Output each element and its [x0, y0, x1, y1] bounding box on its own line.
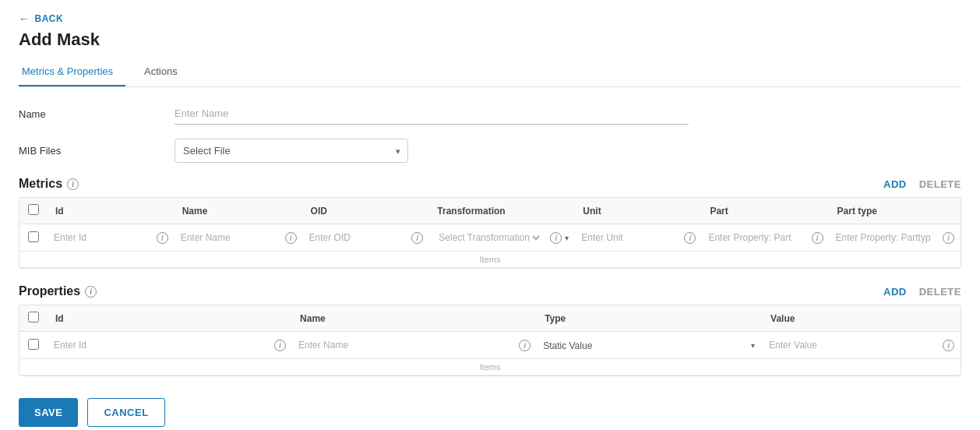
properties-id-info-icon[interactable]: i — [274, 340, 286, 351]
metrics-row-part-cell: i — [702, 224, 829, 252]
properties-row-checkbox[interactable] — [28, 339, 39, 350]
properties-row-name-cell: i — [292, 332, 537, 359]
properties-value-input[interactable] — [769, 338, 935, 352]
metrics-col-name: Name — [174, 198, 303, 224]
metrics-add-button[interactable]: ADD — [883, 178, 907, 190]
metrics-actions: ADD DELETE — [883, 178, 961, 190]
metrics-items-label: Items — [19, 252, 961, 268]
properties-items-label: Items — [19, 359, 961, 375]
metrics-row-transformation-cell: Select Transformation i ▾ — [429, 224, 575, 252]
metrics-col-part: Part — [702, 198, 829, 224]
metrics-row-parttype-cell: i — [830, 224, 961, 252]
properties-col-checkbox — [19, 305, 48, 332]
metrics-items-row: Items — [19, 252, 961, 268]
metrics-transformation-chevron-icon: ▾ — [565, 234, 569, 242]
properties-section-header: Properties i ADD DELETE — [19, 284, 961, 298]
page-title: Add Mask — [19, 30, 961, 50]
properties-row-type-cell: Static Value Dynamic Value ▾ — [537, 332, 763, 359]
metrics-col-unit: Unit — [575, 198, 702, 224]
properties-name-info-icon[interactable]: i — [519, 340, 531, 351]
mib-files-row: MIB Files Select File ▾ — [19, 139, 961, 163]
metrics-parttype-info-icon[interactable]: i — [943, 232, 954, 244]
metrics-row-oid-cell: i — [303, 224, 430, 252]
metrics-title: Metrics i — [19, 177, 79, 191]
metrics-transformation-select[interactable]: Select Transformation — [435, 231, 542, 244]
properties-actions: ADD DELETE — [883, 286, 961, 298]
metrics-data-row: i i i — [19, 224, 961, 252]
back-arrow-icon: ← — [19, 12, 30, 25]
metrics-unit-info-icon[interactable]: i — [684, 232, 696, 244]
properties-row-id-cell: i — [48, 332, 292, 359]
mib-files-select-wrapper: Select File ▾ — [174, 139, 408, 163]
properties-row-checkbox-cell — [19, 332, 48, 359]
properties-select-all-checkbox[interactable] — [28, 312, 39, 322]
footer: SAVE CANCEL — [19, 392, 961, 427]
metrics-col-oid: OID — [303, 198, 430, 224]
metrics-col-parttype: Part type — [830, 198, 961, 224]
metrics-id-info-icon[interactable]: i — [157, 232, 168, 244]
properties-delete-button[interactable]: DELETE — [919, 286, 961, 298]
properties-row-value-cell: i — [763, 332, 961, 359]
metrics-row-unit-cell: i — [575, 224, 702, 252]
metrics-unit-input[interactable] — [581, 231, 676, 245]
tabs-container: Metrics & Properties Actions — [19, 59, 961, 87]
metrics-col-transformation: Transformation — [429, 198, 575, 224]
metrics-id-input[interactable] — [54, 231, 149, 245]
metrics-col-checkbox — [19, 198, 48, 224]
metrics-col-id: Id — [48, 198, 174, 224]
save-button[interactable]: SAVE — [19, 398, 78, 427]
tab-metrics-properties[interactable]: Metrics & Properties — [19, 59, 125, 86]
cancel-button[interactable]: CANCEL — [87, 398, 164, 427]
metrics-oid-info-icon[interactable]: i — [411, 232, 423, 244]
properties-name-input[interactable] — [298, 338, 511, 352]
properties-info-icon[interactable]: i — [85, 286, 97, 298]
metrics-table: Id Name OID Transformation Unit Part Par… — [19, 198, 961, 268]
properties-type-select-wrapper: Static Value Dynamic Value ▾ — [543, 340, 756, 351]
properties-table-wrapper: Id Name Type Value i — [19, 305, 961, 376]
metrics-header-row: Id Name OID Transformation Unit Part Par… — [19, 198, 961, 224]
mib-files-label: MIB Files — [19, 145, 174, 157]
properties-type-select[interactable]: Static Value Dynamic Value — [543, 340, 756, 351]
metrics-section-header: Metrics i ADD DELETE — [19, 177, 961, 191]
back-label: BACK — [35, 13, 64, 24]
metrics-part-input[interactable] — [708, 231, 803, 245]
mib-files-select[interactable]: Select File — [174, 139, 408, 163]
metrics-row-name-cell: i — [174, 224, 303, 252]
properties-table: Id Name Type Value i — [19, 305, 961, 375]
metrics-delete-button[interactable]: DELETE — [919, 178, 961, 190]
properties-id-input[interactable] — [54, 338, 266, 352]
metrics-info-icon[interactable]: i — [67, 178, 79, 190]
metrics-row-id-cell: i — [48, 224, 174, 252]
metrics-name-info-icon[interactable]: i — [285, 232, 297, 244]
properties-items-row: Items — [19, 359, 961, 375]
properties-title: Properties i — [19, 284, 97, 298]
metrics-name-input[interactable] — [181, 231, 277, 245]
properties-value-info-icon[interactable]: i — [943, 340, 954, 351]
properties-data-row: i i Static Value Dynamic Val — [19, 332, 961, 359]
properties-col-id: Id — [48, 305, 292, 332]
properties-col-value: Value — [763, 305, 961, 332]
metrics-row-checkbox-cell — [19, 224, 48, 252]
properties-col-name: Name — [292, 305, 537, 332]
metrics-transformation-info-icon[interactable]: i — [550, 232, 562, 244]
metrics-table-wrapper: Id Name OID Transformation Unit Part Par… — [19, 197, 961, 269]
name-input[interactable] — [174, 103, 689, 125]
properties-add-button[interactable]: ADD — [883, 286, 907, 298]
metrics-oid-input[interactable] — [309, 231, 404, 245]
metrics-parttype-input[interactable] — [836, 231, 935, 245]
properties-header-row: Id Name Type Value — [19, 305, 961, 332]
metrics-part-info-icon[interactable]: i — [812, 232, 823, 244]
metrics-row-checkbox[interactable] — [28, 231, 39, 242]
name-label: Name — [19, 108, 174, 120]
tab-actions[interactable]: Actions — [141, 59, 190, 86]
metrics-select-all-checkbox[interactable] — [28, 204, 39, 215]
back-link[interactable]: ← BACK — [19, 12, 961, 25]
name-row: Name — [19, 103, 961, 125]
properties-col-type: Type — [537, 305, 763, 332]
